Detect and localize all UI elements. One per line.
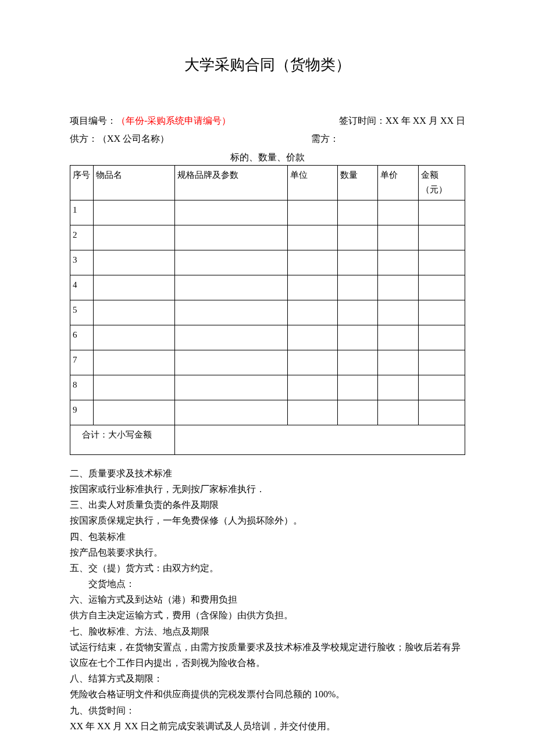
cell xyxy=(337,250,377,275)
section-3-heading: 三、出卖人对质量负责的条件及期限 xyxy=(70,497,465,513)
project-number-label: 项目编号： xyxy=(70,116,116,126)
cell xyxy=(94,200,175,225)
cell xyxy=(288,275,338,300)
cell xyxy=(94,325,175,350)
cell xyxy=(288,225,338,250)
cell xyxy=(175,325,288,350)
col-unit: 单位 xyxy=(288,165,338,200)
cell xyxy=(418,300,465,325)
buyer: 需方： xyxy=(311,131,465,146)
cell xyxy=(337,375,377,400)
row-seq: 8 xyxy=(70,375,94,400)
row-seq: 4 xyxy=(70,275,94,300)
document-title: 大学采购合同（货物类） xyxy=(70,52,465,78)
cell xyxy=(418,250,465,275)
cell xyxy=(288,400,338,425)
cell xyxy=(337,275,377,300)
section-9-heading: 九、供货时间： xyxy=(70,703,465,718)
cell xyxy=(418,200,465,225)
table-row: 2 xyxy=(70,225,465,250)
cell xyxy=(94,300,175,325)
cell xyxy=(94,375,175,400)
cell xyxy=(337,300,377,325)
row-seq: 6 xyxy=(70,325,94,350)
cell xyxy=(337,225,377,250)
cell xyxy=(175,300,288,325)
cell xyxy=(175,400,288,425)
table-row: 7 xyxy=(70,350,465,375)
section-5-body: 交货地点： xyxy=(70,576,465,592)
section-8-heading: 八、结算方式及期限： xyxy=(70,671,465,686)
cell xyxy=(418,325,465,350)
row-seq: 9 xyxy=(70,400,94,425)
section-7-heading: 七、脸收标准、方法、地点及期限 xyxy=(70,624,465,639)
table-row: 1 xyxy=(70,200,465,225)
items-table: 序号 物品名 规格品牌及参数 单位 数量 单价 金额（元） 1 2 3 4 5 … xyxy=(70,165,465,455)
cell xyxy=(378,300,418,325)
table-caption: 标的、数量、价款 xyxy=(70,149,465,165)
cell xyxy=(418,400,465,425)
cell xyxy=(94,350,175,375)
cell xyxy=(378,225,418,250)
table-row: 8 xyxy=(70,375,465,400)
col-price: 单价 xyxy=(378,165,418,200)
section-3-body: 按国家质保规定执行，一年免费保修（人为损坏除外）。 xyxy=(70,513,465,528)
cell xyxy=(337,200,377,225)
section-2-heading: 二、质量要求及技术标准 xyxy=(70,465,465,481)
cell xyxy=(288,350,338,375)
cell xyxy=(288,375,338,400)
cell xyxy=(94,400,175,425)
cell xyxy=(378,200,418,225)
cell xyxy=(378,325,418,350)
cell xyxy=(175,200,288,225)
section-4-heading: 四、包装标准 xyxy=(70,529,465,544)
table-total-row: 合计：大小写金额 xyxy=(70,425,465,454)
table-row: 4 xyxy=(70,275,465,300)
col-amount: 金额（元） xyxy=(418,165,465,200)
row-seq: 3 xyxy=(70,250,94,275)
cell xyxy=(175,350,288,375)
sign-time: 签订时间：XX 年 XX 月 XX 日 xyxy=(339,113,465,128)
cell xyxy=(337,400,377,425)
section-4-body: 按产品包装要求执行。 xyxy=(70,544,465,560)
cell xyxy=(418,375,465,400)
section-9-body: XX 年 XX 月 XX 日之前完成安装调试及人员培训，并交付使用。 xyxy=(70,718,465,734)
cell xyxy=(337,350,377,375)
cell xyxy=(288,300,338,325)
cell xyxy=(94,275,175,300)
total-label: 合计：大小写金额 xyxy=(70,425,175,454)
cell xyxy=(378,400,418,425)
row-seq: 1 xyxy=(70,200,94,225)
table-row: 3 xyxy=(70,250,465,275)
cell xyxy=(288,250,338,275)
cell xyxy=(94,225,175,250)
cell xyxy=(418,350,465,375)
col-spec: 规格品牌及参数 xyxy=(175,165,288,200)
cell xyxy=(378,375,418,400)
col-name: 物品名 xyxy=(94,165,175,200)
section-6-heading: 六、运输方式及到达站（港）和费用负担 xyxy=(70,592,465,607)
section-7-body: 试运行结束，在货物安置点，由需方按质量要求及技术标准及学校规定进行脸收；脸收后若… xyxy=(70,639,465,671)
cell xyxy=(175,225,288,250)
col-seq: 序号 xyxy=(70,165,94,200)
project-number-hint: （年份-采购系统申请编号） xyxy=(116,116,231,126)
row-seq: 2 xyxy=(70,225,94,250)
cell xyxy=(337,325,377,350)
cell xyxy=(288,200,338,225)
supplier: 供方：（XX 公司名称） xyxy=(70,131,169,146)
cell xyxy=(288,325,338,350)
table-row: 6 xyxy=(70,325,465,350)
section-5-heading: 五、交（提）货方式：由双方约定。 xyxy=(70,560,465,576)
col-qty: 数量 xyxy=(337,165,377,200)
cell xyxy=(175,250,288,275)
row-seq: 5 xyxy=(70,300,94,325)
table-row: 5 xyxy=(70,300,465,325)
cell xyxy=(378,250,418,275)
section-8-body: 凭险收合格证明文件和供应商提供的完税发票付合同总额的 100%。 xyxy=(70,686,465,702)
cell xyxy=(418,275,465,300)
cell xyxy=(418,225,465,250)
section-6-body: 供方自主决定运输方式，费用（含保险）由供方负担。 xyxy=(70,607,465,623)
cell xyxy=(378,350,418,375)
row-seq: 7 xyxy=(70,350,94,375)
total-value xyxy=(175,425,465,454)
